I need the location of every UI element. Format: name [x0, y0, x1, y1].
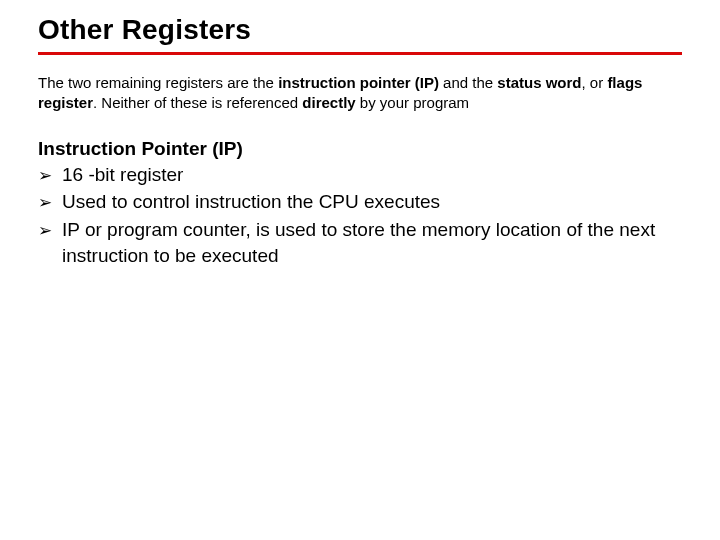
intro-text-2: and the	[439, 74, 497, 91]
list-item: 16 -bit register	[38, 162, 682, 188]
intro-text-3: , or	[582, 74, 608, 91]
list-item: IP or program counter, is used to store …	[38, 217, 682, 269]
intro-bold-directly: directly	[302, 94, 355, 111]
intro-bold-ip: instruction pointer (IP)	[278, 74, 439, 91]
intro-text-1: The two remaining registers are the	[38, 74, 278, 91]
intro-bold-status-word: status word	[497, 74, 581, 91]
slide: Other Registers The two remaining regist…	[0, 0, 720, 269]
title-divider	[38, 52, 682, 55]
intro-text-4: . Neither of these is referenced	[93, 94, 302, 111]
intro-paragraph: The two remaining registers are the inst…	[38, 73, 682, 114]
list-item: Used to control instruction the CPU exec…	[38, 189, 682, 215]
bullet-list: 16 -bit register Used to control instruc…	[38, 162, 682, 269]
slide-title: Other Registers	[38, 14, 682, 46]
subheading-ip: Instruction Pointer (IP)	[38, 138, 682, 160]
intro-text-5: by your program	[356, 94, 469, 111]
